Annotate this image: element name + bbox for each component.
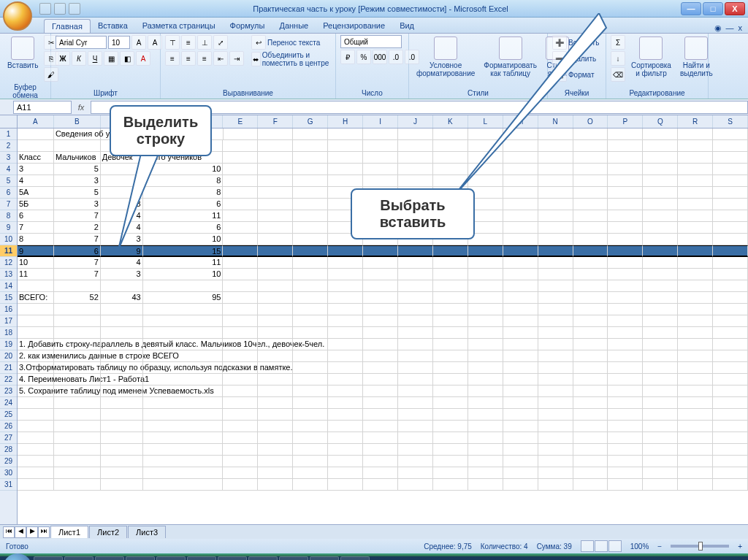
row-header[interactable]: 25 xyxy=(0,409,17,421)
cell[interactable] xyxy=(643,234,678,245)
column-header[interactable]: F xyxy=(258,115,293,128)
cell[interactable] xyxy=(363,257,398,269)
start-button[interactable] xyxy=(3,553,32,560)
cell[interactable] xyxy=(433,386,468,397)
taskbar-excel-icon[interactable]: X xyxy=(340,556,370,560)
column-header[interactable]: E xyxy=(223,115,258,128)
cell[interactable] xyxy=(503,292,538,304)
cell[interactable] xyxy=(293,362,328,374)
cell[interactable] xyxy=(328,140,363,152)
cell[interactable] xyxy=(363,456,398,467)
cell[interactable] xyxy=(101,327,143,339)
cell[interactable] xyxy=(328,257,363,269)
cell[interactable] xyxy=(678,409,713,421)
tab-Главная[interactable]: Главная xyxy=(44,19,91,33)
cell[interactable] xyxy=(433,456,468,467)
cell[interactable] xyxy=(678,479,713,491)
cell[interactable] xyxy=(143,432,224,444)
cell[interactable] xyxy=(643,199,678,210)
cell[interactable] xyxy=(328,479,363,491)
cell[interactable] xyxy=(223,421,258,432)
cell[interactable] xyxy=(293,222,328,234)
cell[interactable]: 6 xyxy=(18,210,54,222)
row-header[interactable]: 22 xyxy=(0,374,17,386)
cell[interactable] xyxy=(678,210,713,222)
cell[interactable] xyxy=(363,164,398,175)
maximize-button[interactable]: □ xyxy=(703,2,723,15)
cell[interactable] xyxy=(538,257,573,269)
cell[interactable] xyxy=(573,456,608,467)
cell[interactable] xyxy=(573,304,608,315)
cell[interactable] xyxy=(223,245,258,257)
cell[interactable] xyxy=(713,187,748,199)
cell[interactable] xyxy=(293,315,328,327)
cell[interactable] xyxy=(643,456,678,467)
cell[interactable] xyxy=(143,339,224,350)
cell[interactable]: 7 xyxy=(54,234,101,245)
cell[interactable] xyxy=(643,421,678,432)
cell[interactable] xyxy=(503,339,538,350)
cell[interactable] xyxy=(293,245,328,257)
cell[interactable] xyxy=(258,350,293,362)
cell[interactable] xyxy=(54,456,101,467)
cell[interactable] xyxy=(363,152,398,164)
cell[interactable] xyxy=(608,292,643,304)
cell[interactable] xyxy=(54,362,101,374)
cell[interactable] xyxy=(713,164,748,175)
cell[interactable] xyxy=(18,315,54,327)
cell[interactable] xyxy=(258,456,293,467)
cell[interactable] xyxy=(433,304,468,315)
cell[interactable] xyxy=(678,175,713,187)
cell[interactable] xyxy=(293,456,328,467)
cell[interactable] xyxy=(468,292,503,304)
cell[interactable]: 6 xyxy=(54,245,101,257)
window-close-icon[interactable]: x xyxy=(739,23,743,33)
cell[interactable] xyxy=(398,152,433,164)
cell[interactable] xyxy=(398,350,433,362)
cell[interactable] xyxy=(678,152,713,164)
increase-decimal-icon[interactable]: .0 xyxy=(389,50,403,64)
cell[interactable] xyxy=(503,397,538,409)
column-header[interactable]: J xyxy=(398,115,433,128)
cell[interactable] xyxy=(18,432,54,444)
zoom-out-button[interactable]: − xyxy=(657,542,662,551)
cell[interactable] xyxy=(433,269,468,280)
column-header[interactable]: H xyxy=(328,115,363,128)
cell[interactable] xyxy=(643,222,678,234)
cell[interactable]: 7 xyxy=(54,210,101,222)
row-header[interactable]: 28 xyxy=(0,444,17,456)
wrap-text-button[interactable]: ↩Перенос текста xyxy=(251,35,331,50)
cell[interactable] xyxy=(468,421,503,432)
cell[interactable] xyxy=(101,350,143,362)
align-top-icon[interactable]: ⊤ xyxy=(165,35,180,50)
cell[interactable] xyxy=(643,386,678,397)
cell[interactable] xyxy=(293,386,328,397)
cell[interactable] xyxy=(643,292,678,304)
cell[interactable] xyxy=(678,164,713,175)
cell[interactable] xyxy=(258,315,293,327)
align-left-icon[interactable]: ≡ xyxy=(165,51,180,66)
cell[interactable] xyxy=(433,350,468,362)
cell[interactable] xyxy=(223,257,258,269)
cell[interactable] xyxy=(643,245,678,257)
cell[interactable] xyxy=(538,327,573,339)
cell[interactable]: 9 xyxy=(18,245,54,257)
cell[interactable] xyxy=(643,129,678,140)
cell[interactable] xyxy=(293,152,328,164)
cell[interactable] xyxy=(398,315,433,327)
sort-filter-button[interactable]: Сортировка и фильтр xyxy=(628,35,674,79)
currency-icon[interactable]: ₽ xyxy=(340,50,355,64)
row-header[interactable]: 2 xyxy=(0,140,17,152)
row-header[interactable]: 14 xyxy=(0,280,17,292)
zoom-in-button[interactable]: + xyxy=(738,542,742,551)
cell[interactable] xyxy=(608,315,643,327)
cell[interactable] xyxy=(223,362,258,374)
cell[interactable] xyxy=(293,210,328,222)
cell[interactable] xyxy=(573,327,608,339)
cell[interactable] xyxy=(503,362,538,374)
cell[interactable] xyxy=(101,362,143,374)
cell[interactable] xyxy=(573,409,608,421)
fill-color-icon[interactable]: ◧ xyxy=(120,51,134,66)
cell[interactable] xyxy=(503,280,538,292)
cell[interactable]: 7 xyxy=(18,222,54,234)
